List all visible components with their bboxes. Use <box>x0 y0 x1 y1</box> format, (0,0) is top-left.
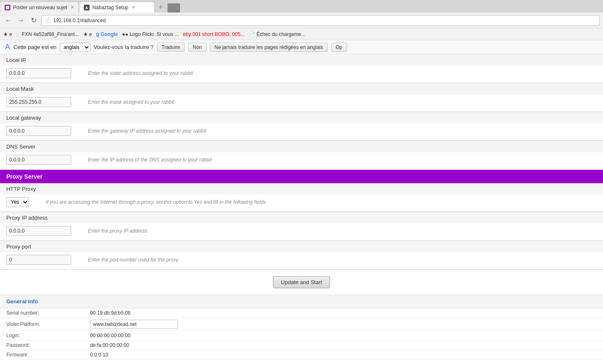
local-mask-label: Local Mask <box>0 83 603 95</box>
proxy-port-input[interactable] <box>6 255 71 265</box>
http-proxy-hint: If you are accessing the Internet throug… <box>46 199 266 205</box>
local-ip-hint: Enter the static address assigned to you… <box>88 70 193 76</box>
proxy-port-hint: Enter the port number used for the proxy <box>88 257 178 263</box>
local-ip-input[interactable] <box>6 68 71 78</box>
serial-number-value: 00:19:db:9d:b5:08 <box>90 310 131 316</box>
proxy-port-label: Proxy port <box>0 241 603 252</box>
general-info-section: General Info Serial number: 00:19:db:9d:… <box>0 295 603 360</box>
proxy-port-input-row: Enter the port number used for the proxy <box>0 252 603 269</box>
proxy-ip-input[interactable] <box>6 226 71 236</box>
address-text: 192.168.0.1/#advanced <box>53 18 106 23</box>
tab-nabaztag[interactable]: Nabaztag Setup ✕ <box>79 2 155 13</box>
translate-prefix: Cette page est en <box>13 44 57 50</box>
main-content: Local IP Enter the static address assign… <box>0 54 603 360</box>
login-label: Login: <box>6 333 90 338</box>
http-proxy-input-row: Yes No If you are accessing the Internet… <box>0 195 603 212</box>
svg-rect-0 <box>6 6 9 9</box>
update-start-button[interactable]: Update and Start <box>273 276 330 288</box>
dns-server-hint: Enter the IP address of the DNS assigned… <box>88 157 212 163</box>
dns-server-label: DNS Server <box>0 141 603 152</box>
bookmark-echec[interactable]: 📄 Échec du chargeme... <box>249 31 305 37</box>
tab-close-poster[interactable]: ✕ <box>70 5 74 10</box>
login-value: 00:00:00:00:00:00 <box>90 333 131 338</box>
http-proxy-label: HTTP Proxy <box>0 183 603 195</box>
local-gateway-input-row: Enter the gateway IP address assigned to… <box>0 123 603 141</box>
tab-other <box>168 3 180 13</box>
translate-icon: A <box>5 43 10 51</box>
bookmark-sep: | <box>16 31 18 37</box>
login-row: Login: 00:00:00:00:00:00 <box>0 331 603 341</box>
local-ip-label: Local IP <box>0 54 603 66</box>
proxy-ip-input-row: Enter the proxy IP address <box>0 223 603 241</box>
violet-platform-input[interactable] <box>90 320 178 329</box>
forward-button[interactable]: → <box>16 15 26 26</box>
violet-platform-row: Violet Platform: <box>0 318 603 331</box>
jamais-button[interactable]: Ne jamais traduire les pages rédigées en… <box>210 43 327 52</box>
local-mask-hint: Enter the mask assigned to your rabbit <box>88 99 174 105</box>
proxy-ip-label: Proxy IP address <box>0 212 603 223</box>
non-button[interactable]: Non <box>188 43 206 52</box>
bookmark-ebay[interactable]: eby 001 short BOBO, 005... <box>183 31 245 37</box>
tab-poster[interactable]: Poster un nouveau sujet ✕ <box>0 2 79 13</box>
translate-bar: A Cette page est en anglais français Vou… <box>0 40 603 54</box>
traduire-button[interactable]: Traduire <box>157 43 185 52</box>
local-gateway-label: Local gateway <box>0 112 603 123</box>
local-mask-input-row: Enter the mask assigned to your rabbit <box>0 95 603 112</box>
violet-platform-label: Violet Platform: <box>6 321 90 327</box>
options-button[interactable]: Op <box>331 43 347 52</box>
bookmarks-bar: ★ e | FXN 4e52af98_Fina'ant... ★ e g Goo… <box>0 28 603 40</box>
tab-close-nabaztag[interactable]: ✕ <box>131 5 135 10</box>
firmware-label: Firmware: <box>6 352 90 358</box>
firmware-row: Firmware: 0.0.0.10 <box>0 350 603 360</box>
tab-label-poster: Poster un nouveau sujet <box>13 5 67 10</box>
tab-icon-poster <box>5 5 10 10</box>
local-gateway-section: Local gateway Enter the gateway IP addre… <box>0 112 603 141</box>
language-select[interactable]: anglais français <box>60 43 90 52</box>
tab-icon-nabaztag <box>84 5 90 10</box>
http-proxy-select[interactable]: Yes No <box>6 197 29 207</box>
dns-server-input-row: Enter the IP address of the DNS assigned… <box>0 152 603 169</box>
reload-button[interactable]: ↻ <box>28 15 39 26</box>
address-icon: 📄 <box>45 18 51 23</box>
browser-frame: Poster un nouveau sujet ✕ Nabaztag Setup… <box>0 0 603 54</box>
dns-server-section: DNS Server Enter the IP address of the D… <box>0 141 603 170</box>
nav-bar: ← → ↻ 📄 192.168.0.1/#advanced <box>0 13 603 28</box>
local-mask-input[interactable] <box>6 97 71 107</box>
tab-bar: Poster un nouveau sujet ✕ Nabaztag Setup… <box>0 0 603 13</box>
tab-label-nabaztag: Nabaztag Setup <box>92 5 128 10</box>
general-info-header: General Info <box>0 295 603 308</box>
proxy-ip-section: Proxy IP address Enter the proxy IP addr… <box>0 212 603 241</box>
bookmark-flickr[interactable]: ●● Logo Flickr. Si vous ... <box>122 31 179 37</box>
password-label: Password: <box>6 342 90 348</box>
bookmark-star2[interactable]: ★ e <box>83 31 92 37</box>
http-proxy-section: HTTP Proxy Yes No If you are accessing t… <box>0 183 603 212</box>
serial-number-row: Serial number: 00:19:db:9d:b5:08 <box>0 308 603 318</box>
local-gateway-hint: Enter the gateway IP address assigned to… <box>88 128 206 134</box>
proxy-server-header: Proxy Server <box>0 170 603 183</box>
password-value: de:fa:00:00:00:00 <box>90 342 129 348</box>
local-ip-section: Local IP Enter the static address assign… <box>0 54 603 83</box>
update-row: Update and Start <box>0 270 603 295</box>
bookmark-fxn[interactable]: FXN 4e52af98_Fina'ant... <box>22 31 79 37</box>
address-bar[interactable]: 📄 192.168.0.1/#advanced <box>41 15 600 26</box>
firmware-value: 0.0.0.10 <box>90 352 108 358</box>
serial-number-label: Serial number: <box>6 310 90 316</box>
translate-suffix: Voulez-vous la traduire ? <box>94 44 154 50</box>
bookmark-star[interactable]: ★ e <box>3 31 12 37</box>
password-row: Password: de:fa:00:00:00:00 <box>0 341 603 350</box>
local-ip-input-row: Enter the static address assigned to you… <box>0 66 603 83</box>
bookmark-google[interactable]: g Google <box>96 31 118 37</box>
back-button[interactable]: ← <box>3 15 13 26</box>
proxy-port-section: Proxy port Enter the port number used fo… <box>0 241 603 270</box>
proxy-ip-hint: Enter the proxy IP address <box>88 228 147 234</box>
dns-server-input[interactable] <box>6 155 71 165</box>
local-gateway-input[interactable] <box>6 126 71 136</box>
new-tab-button[interactable]: + <box>155 2 166 13</box>
local-mask-section: Local Mask Enter the mask assigned to yo… <box>0 83 603 112</box>
